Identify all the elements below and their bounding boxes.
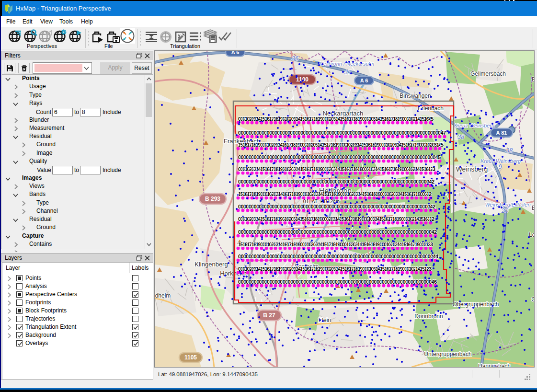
svg-text:000000000000000000000000000000: 0000000000000000000000000000000000000000… xyxy=(238,254,439,259)
svg-text:B 27: B 27 xyxy=(263,312,275,319)
svg-text:Klingenberg: Klingenberg xyxy=(194,261,228,268)
svg-text:151617181900010203141617181900: 1516171819000102031416171819000102031415… xyxy=(238,242,433,247)
svg-text:000000000000000000000000000000: 0000000000000000000000000000000000000000… xyxy=(238,179,434,184)
svg-text:000102031415161718190102031415: 0001020314151617181901020314151617181900… xyxy=(238,266,432,272)
svg-text:Untergruppenbach: Untergruppenbach xyxy=(424,351,471,357)
svg-text:Binswangen: Binswangen xyxy=(400,92,431,99)
svg-text:37: 37 xyxy=(344,69,352,76)
svg-text:000000000000000000000000000000: 0000000000000000000000000000000000000000… xyxy=(238,229,437,235)
svg-text:El: El xyxy=(532,205,534,211)
svg-text:000000000000000000000000000000: 0000000000000000000000000000000000000000… xyxy=(238,204,435,209)
svg-text:Eb: Eb xyxy=(532,76,534,83)
svg-text:O: O xyxy=(531,296,534,303)
svg-text:38: 38 xyxy=(506,147,513,154)
svg-text:151617181900010203141617181900: 1516171819000102031416171819000102031415… xyxy=(238,191,432,197)
svg-text:10: 10 xyxy=(492,363,500,367)
svg-text:000102031415161718190102031415: 0001020314151617181901020314151617181900… xyxy=(238,216,434,222)
svg-text:151617181900010203141617181900: 1516171819000102031416171819000102031415… xyxy=(238,142,444,148)
svg-text:dheim: dheim xyxy=(155,292,171,299)
svg-text:38: 38 xyxy=(457,133,465,140)
svg-text:36: 36 xyxy=(292,55,299,62)
svg-text:Donnbronn: Donnbronn xyxy=(414,313,443,320)
svg-text:Gellmersbach: Gellmersbach xyxy=(470,70,506,77)
svg-text:9: 9 xyxy=(498,163,502,170)
svg-text:000000000000000000000000000000: 0000000000000000000000000000000000000000… xyxy=(238,154,441,160)
svg-text:000000000000000000000000000000: 0000000000000000000000000000000000000000… xyxy=(238,130,446,136)
svg-text:000000000000000000000000000000: 0000000000000000000000000000000000000000… xyxy=(238,279,437,285)
svg-text:A 6: A 6 xyxy=(231,51,240,55)
svg-text:A 81: A 81 xyxy=(496,130,507,136)
svg-text:1105: 1105 xyxy=(184,354,197,361)
svg-text:000102031415161718190102031415: 0001020314151617181901020314151617181900… xyxy=(238,166,435,172)
svg-text:Kreuz Weinsberg: Kreuz Weinsberg xyxy=(454,123,495,128)
svg-text:000102031415161718190102031415: 0001020314151617181901020314151617181900… xyxy=(238,116,434,122)
svg-text:A 6: A 6 xyxy=(360,78,368,83)
svg-text:B 293: B 293 xyxy=(205,196,220,202)
